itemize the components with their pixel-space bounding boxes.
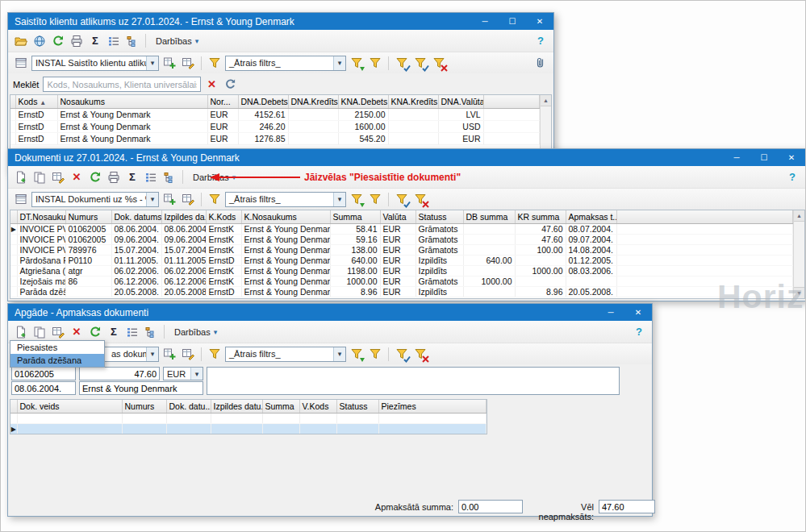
close-button[interactable]: ✕ <box>624 304 652 321</box>
sum-icon[interactable]: Σ <box>106 324 122 340</box>
table-row[interactable]: Atgriešana (... atgr 06.02.2006. 06.02.2… <box>10 266 793 276</box>
column-header[interactable]: K.Nosaukums <box>241 210 330 224</box>
refresh-icon[interactable] <box>87 169 103 185</box>
close-button[interactable]: ✕ <box>778 149 805 166</box>
filter-icon[interactable] <box>207 346 223 362</box>
sum-icon[interactable]: Σ <box>87 33 103 49</box>
actions-menu-button[interactable]: Darbības ▾ <box>151 35 203 48</box>
list-view-icon[interactable] <box>124 324 140 340</box>
paid-amount-field[interactable] <box>458 500 523 513</box>
currency-select[interactable]: EUR ▾ <box>163 367 203 380</box>
column-header[interactable]: Nosaukums <box>57 95 207 109</box>
titlebar[interactable]: Apgāde - Apmaksas dokumenti ─ ✕ <box>8 304 652 321</box>
apply-filter-icon[interactable] <box>349 346 365 362</box>
paperclip-icon[interactable] <box>532 55 549 71</box>
column-header[interactable]: Izpildes da... <box>161 210 206 224</box>
add-view-icon[interactable] <box>161 191 177 207</box>
new-document-icon[interactable] <box>13 324 29 340</box>
amount-field[interactable] <box>79 367 160 380</box>
column-header[interactable]: DNA.Valūta <box>438 95 483 109</box>
maximize-button[interactable]: ☐ <box>750 149 778 166</box>
column-header[interactable]: KNA.Debets <box>338 95 388 109</box>
table-row[interactable]: Izejošais ma... 86 06.12.2006. 06.12.200… <box>10 276 793 287</box>
vertical-scrollbar[interactable]: ▲ ▼ <box>793 210 804 298</box>
minimize-button[interactable]: ─ <box>723 149 750 166</box>
view-settings-icon[interactable] <box>180 191 196 207</box>
add-view-icon[interactable] <box>161 346 177 362</box>
delete-icon[interactable]: ✕ <box>69 324 85 340</box>
column-header[interactable]: Statuss <box>416 210 463 224</box>
open-folder-icon[interactable] <box>13 33 29 49</box>
titlebar[interactable]: Saistīto klientu atlikums uz 27.01.2024.… <box>8 13 553 30</box>
column-header[interactable]: K.Kods <box>206 210 241 224</box>
client-name-field[interactable] <box>79 381 203 395</box>
edit-grid-icon[interactable] <box>50 324 66 340</box>
table-row[interactable]: ErnstD Ernst & Young Denmark EUR 4152.61… <box>10 109 540 121</box>
print-icon[interactable] <box>69 33 85 49</box>
help-icon[interactable]: ? <box>631 324 647 340</box>
view-select[interactable]: INSTAL Saistīto klientu atlikums ▾ <box>31 56 159 71</box>
titlebar[interactable]: Dokumenti uz 27.01.2024. - Ernst & Young… <box>8 149 805 166</box>
column-header[interactable]: Dok. datums <box>111 210 161 224</box>
column-header[interactable]: KNA.Kredīts <box>388 95 438 109</box>
clear-search-icon[interactable]: ✕ <box>205 77 218 93</box>
menu-item-piesaistes[interactable]: Piesaistes <box>10 341 104 354</box>
copy-document-icon[interactable] <box>31 169 48 185</box>
saved-filter-icon[interactable] <box>394 346 410 362</box>
new-document-icon[interactable] <box>13 169 29 185</box>
table-row-selected[interactable]: ▶ <box>10 424 487 434</box>
unpaid-amount-field[interactable] <box>599 500 655 513</box>
table-row[interactable]: INVOICE PVZ 01062005 09.06.2004. 09.06.2… <box>10 235 793 245</box>
column-header[interactable]: V.Kods <box>299 400 336 414</box>
column-header[interactable]: Valūta <box>380 210 416 224</box>
table-row[interactable]: ▶ INVOICE PVZ 01062005 08.06.2004. 08.06… <box>10 224 793 235</box>
column-header[interactable]: Statuss <box>336 400 378 414</box>
table-row[interactable]: INVOICE PVZ 789976 15.07.2004. 15.07.200… <box>10 245 793 256</box>
view-settings-icon[interactable] <box>180 55 196 71</box>
help-icon[interactable]: ? <box>532 33 549 49</box>
quick-filter-select[interactable]: _Ātrais filtrs_ ▾ <box>225 192 346 207</box>
document-number-field[interactable] <box>11 367 76 380</box>
apply-filter-icon[interactable] <box>349 191 365 207</box>
column-header[interactable]: Summa <box>262 400 299 414</box>
edit-filter-icon[interactable] <box>367 191 383 207</box>
sum-icon[interactable]: Σ <box>124 169 140 185</box>
clear-filter-icon[interactable] <box>412 346 428 362</box>
view-menu-icon[interactable] <box>13 55 29 71</box>
filter-check-icon[interactable] <box>412 55 428 71</box>
notes-field[interactable] <box>207 367 620 395</box>
column-header[interactable]: DNA.Kredīts <box>288 95 338 109</box>
column-header[interactable]: Dok. veids <box>17 400 122 414</box>
table-row[interactable]: ErnstD Ernst & Young Denmark EUR 1276.85… <box>10 133 540 145</box>
view-menu-icon[interactable] <box>13 191 29 207</box>
filter-icon[interactable] <box>207 191 223 207</box>
table-row[interactable]: ErnstD Ernst & Young Denmark EUR 246.20 … <box>10 121 540 133</box>
edit-filter-icon[interactable] <box>367 55 383 71</box>
document-date-field[interactable] <box>11 381 76 395</box>
column-header[interactable]: Summa <box>330 210 380 224</box>
globe-icon[interactable] <box>31 33 48 49</box>
tree-view-icon[interactable] <box>143 324 159 340</box>
quick-filter-select[interactable]: _Ātrais filtrs_ ▾ <box>225 347 346 362</box>
column-header[interactable]: DT.Nosauku... <box>17 210 65 224</box>
scroll-down-icon[interactable]: ▼ <box>794 287 804 298</box>
copy-document-icon[interactable] <box>31 324 48 340</box>
apply-filter-icon[interactable] <box>349 55 365 71</box>
view-select[interactable]: INSTAL Dokumenti uz %s - %s ▾ <box>31 192 159 207</box>
maximize-button[interactable]: ☐ <box>499 13 526 30</box>
delete-icon[interactable]: ✕ <box>69 169 85 185</box>
table-row[interactable] <box>10 414 487 424</box>
column-header[interactable]: Piezīmes <box>378 400 487 414</box>
search-input[interactable] <box>43 77 201 92</box>
add-view-icon[interactable] <box>161 55 177 71</box>
column-header-kods[interactable]: Kods ▲ <box>15 95 57 109</box>
menu-item-parada-dzesana[interactable]: Parāda dzēšana <box>10 354 104 367</box>
edit-grid-icon[interactable] <box>50 169 66 185</box>
help-icon[interactable]: ? <box>784 169 800 185</box>
actions-menu-button[interactable]: Darbības ▾ <box>169 326 222 339</box>
clear-filter-icon[interactable] <box>412 191 428 207</box>
column-header[interactable]: Izpildes datu... <box>211 400 262 414</box>
saved-filter-icon[interactable] <box>394 191 410 207</box>
column-header[interactable]: Numurs <box>65 210 111 224</box>
tree-view-icon[interactable] <box>161 169 177 185</box>
